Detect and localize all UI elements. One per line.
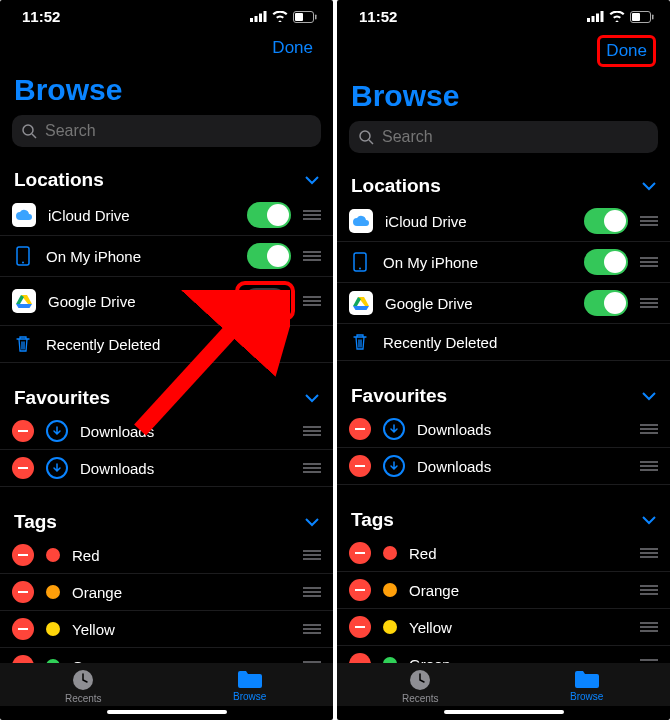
drag-handle-icon[interactable] — [303, 296, 321, 306]
remove-icon[interactable] — [12, 581, 34, 603]
remove-icon[interactable] — [349, 418, 371, 440]
tab-label: Recents — [402, 693, 439, 704]
google-drive-toggle[interactable] — [584, 290, 628, 316]
drag-handle-icon[interactable] — [303, 550, 321, 560]
svg-point-24 — [360, 131, 370, 141]
row-label: Downloads — [417, 421, 628, 438]
tab-label: Recents — [65, 693, 102, 704]
tags-header[interactable]: Tags — [337, 499, 670, 535]
highlight-box — [235, 281, 295, 321]
chevron-down-icon — [642, 516, 656, 525]
favourites-header[interactable]: Favourites — [0, 377, 333, 413]
remove-icon[interactable] — [349, 653, 371, 663]
drag-handle-icon[interactable] — [303, 463, 321, 473]
search-field[interactable] — [349, 121, 658, 153]
row-label: Google Drive — [385, 295, 572, 312]
drag-handle-icon[interactable] — [640, 622, 658, 632]
favourite-row-downloads-2[interactable]: Downloads — [337, 448, 670, 485]
row-label: Red — [409, 545, 628, 562]
tag-row-green[interactable]: Green — [0, 648, 333, 663]
locations-header[interactable]: Locations — [0, 159, 333, 195]
search-field[interactable] — [12, 115, 321, 147]
remove-icon[interactable] — [349, 579, 371, 601]
iphone-toggle[interactable] — [247, 243, 291, 269]
svg-marker-13 — [16, 304, 32, 308]
locations-header[interactable]: Locations — [337, 165, 670, 201]
tab-recents[interactable]: Recents — [0, 669, 167, 704]
location-row-on-my-iphone[interactable]: On My iPhone — [337, 242, 670, 283]
tag-row-orange[interactable]: Orange — [0, 574, 333, 611]
drag-handle-icon[interactable] — [640, 548, 658, 558]
icloud-toggle[interactable] — [584, 208, 628, 234]
favourite-row-downloads-2[interactable]: Downloads — [0, 450, 333, 487]
location-row-google-drive[interactable]: Google Drive — [0, 277, 333, 326]
row-label: iCloud Drive — [385, 213, 572, 230]
drag-handle-icon[interactable] — [303, 587, 321, 597]
done-button[interactable]: Done — [266, 35, 319, 61]
tag-color-dot — [46, 585, 60, 599]
search-input[interactable] — [45, 122, 311, 140]
svg-rect-19 — [596, 14, 599, 23]
nav-bar: Done — [0, 29, 333, 71]
tags-header[interactable]: Tags — [0, 501, 333, 537]
favourite-row-downloads-1[interactable]: Downloads — [0, 413, 333, 450]
drag-handle-icon[interactable] — [303, 426, 321, 436]
remove-icon[interactable] — [12, 618, 34, 640]
drag-handle-icon[interactable] — [303, 624, 321, 634]
location-row-icloud-drive[interactable]: iCloud Drive — [337, 201, 670, 242]
cellular-icon — [250, 11, 267, 22]
tab-browse[interactable]: Browse — [504, 669, 671, 704]
row-label: Google Drive — [48, 293, 227, 310]
tag-row-red[interactable]: Red — [0, 537, 333, 574]
remove-icon[interactable] — [12, 420, 34, 442]
section-title: Tags — [351, 509, 394, 531]
row-label: Orange — [72, 584, 291, 601]
drag-handle-icon[interactable] — [640, 461, 658, 471]
drag-handle-icon[interactable] — [640, 257, 658, 267]
svg-rect-20 — [601, 11, 604, 22]
location-row-recently-deleted[interactable]: Recently Deleted — [337, 324, 670, 361]
phone-left: 11:52 Done Browse Locations iCloud Drive — [0, 0, 333, 720]
search-input[interactable] — [382, 128, 648, 146]
tag-color-dot — [383, 583, 397, 597]
favourite-row-downloads-1[interactable]: Downloads — [337, 411, 670, 448]
chevron-down-icon — [305, 518, 319, 527]
row-label: Red — [72, 547, 291, 564]
tag-row-yellow[interactable]: Yellow — [337, 609, 670, 646]
tag-row-red[interactable]: Red — [337, 535, 670, 572]
location-row-icloud-drive[interactable]: iCloud Drive — [0, 195, 333, 236]
drag-handle-icon[interactable] — [640, 298, 658, 308]
remove-icon[interactable] — [12, 544, 34, 566]
search-icon — [22, 124, 37, 139]
remove-icon[interactable] — [12, 655, 34, 663]
remove-icon[interactable] — [12, 457, 34, 479]
svg-point-7 — [23, 125, 33, 135]
drag-handle-icon[interactable] — [640, 585, 658, 595]
drag-handle-icon[interactable] — [640, 424, 658, 434]
remove-icon[interactable] — [349, 455, 371, 477]
done-button[interactable]: Done — [597, 35, 656, 67]
favourites-header[interactable]: Favourites — [337, 375, 670, 411]
google-drive-toggle[interactable] — [243, 288, 287, 314]
remove-icon[interactable] — [349, 616, 371, 638]
drag-handle-icon[interactable] — [640, 216, 658, 226]
iphone-toggle[interactable] — [584, 249, 628, 275]
drag-handle-icon[interactable] — [303, 251, 321, 261]
location-row-google-drive[interactable]: Google Drive — [337, 283, 670, 324]
tag-row-green[interactable]: Green — [337, 646, 670, 663]
tag-row-orange[interactable]: Orange — [337, 572, 670, 609]
home-indicator[interactable] — [107, 710, 227, 714]
tag-color-dot — [46, 548, 60, 562]
home-indicator[interactable] — [444, 710, 564, 714]
location-row-on-my-iphone[interactable]: On My iPhone — [0, 236, 333, 277]
battery-icon — [630, 11, 654, 23]
location-row-recently-deleted[interactable]: Recently Deleted — [0, 326, 333, 363]
tag-row-yellow[interactable]: Yellow — [0, 611, 333, 648]
tab-recents[interactable]: Recents — [337, 669, 504, 704]
icloud-toggle[interactable] — [247, 202, 291, 228]
tab-browse[interactable]: Browse — [167, 669, 334, 704]
drag-handle-icon[interactable] — [303, 210, 321, 220]
download-icon — [46, 420, 68, 442]
remove-icon[interactable] — [349, 542, 371, 564]
tag-color-dot — [46, 622, 60, 636]
